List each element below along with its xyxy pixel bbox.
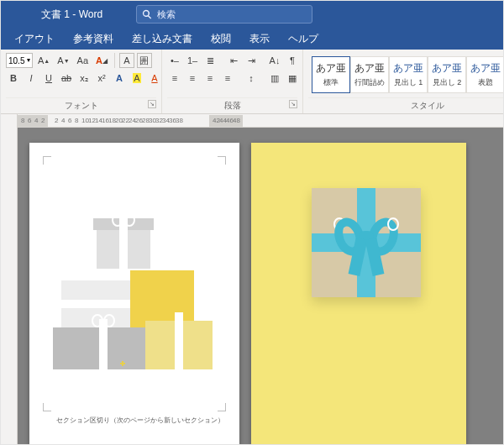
search-icon — [142, 9, 152, 19]
ribbon-bow-icon — [337, 217, 396, 259]
shading-button[interactable]: ▥ — [267, 71, 282, 86]
caret-icon: ▾ — [27, 57, 30, 64]
enclose-char-button[interactable]: 囲 — [137, 53, 152, 68]
strikethrough-button[interactable]: ab — [59, 71, 74, 86]
sparkle-icon — [120, 361, 125, 366]
tab-view[interactable]: 表示 — [241, 28, 278, 50]
section-break-marker: セクション区切り（次のページから新しいセクション） — [53, 416, 216, 425]
vertical-ruler-corner — [1, 114, 18, 128]
gift-illustration — [53, 227, 213, 369]
sort-button[interactable]: A↓ — [267, 53, 282, 68]
gift-bag-icon — [130, 270, 194, 327]
justify-button[interactable]: ≡ — [220, 71, 235, 86]
tab-mailings[interactable]: 差し込み文書 — [123, 28, 201, 50]
numbering-button[interactable]: 1– — [185, 53, 200, 68]
styles-group-label: スタイル ↘ — [308, 97, 504, 113]
gift-box-icon — [145, 321, 213, 369]
tab-references[interactable]: 参考資料 — [65, 28, 122, 50]
shrink-font-button[interactable]: A▼ — [55, 53, 71, 68]
crop-mark-icon — [43, 156, 55, 168]
decrease-indent-button[interactable]: ⇤ — [226, 53, 241, 68]
style-title[interactable]: あア亜 表題 — [466, 56, 504, 93]
font-dialog-launcher[interactable]: ↘ — [148, 100, 156, 108]
crop-mark-icon — [43, 400, 55, 411]
horizontal-ruler[interactable]: 8642246810121416182022242628303234363842… — [18, 114, 503, 128]
search-placeholder: 検索 — [157, 8, 176, 21]
pages-container: セクション区切り（次のページから新しいセクション） — [18, 128, 503, 445]
styles-group: あア亜 標準 あア亜 行間詰め あア亜 見出し 1 あア亜 見出し 2 あア亜 … — [303, 50, 504, 113]
title-bar: 文書 1 - Word 検索 — [1, 1, 503, 28]
increase-indent-button[interactable]: ⇥ — [244, 53, 259, 68]
change-case-button[interactable]: Aa — [75, 53, 91, 68]
font-size-combo[interactable]: 10.5▾ — [6, 53, 33, 68]
eraser-icon: ◢ — [102, 57, 108, 65]
font-group: 10.5▾ A▲ A▼ Aa A◢ A 囲 B I U ab x₂ x² A A… — [1, 50, 162, 113]
gift-box-icon — [97, 227, 150, 269]
document-area: セクション区切り（次のページから新しいセクション） — [1, 128, 503, 445]
vertical-ruler[interactable] — [1, 128, 18, 445]
align-right-button[interactable]: ≡ — [202, 71, 218, 86]
page-2[interactable] — [251, 143, 466, 445]
font-color-button[interactable]: A — [147, 71, 162, 86]
styles-gallery[interactable]: あア亜 標準 あア亜 行間詰め あア亜 見出し 1 あア亜 見出し 2 あア亜 … — [308, 53, 504, 94]
align-center-button[interactable]: ≡ — [185, 71, 200, 86]
style-heading1[interactable]: あア亜 見出し 1 — [389, 56, 428, 93]
paragraph-dialog-launcher[interactable]: ↘ — [289, 100, 297, 108]
style-heading2[interactable]: あア亜 見出し 2 — [428, 56, 466, 93]
underline-button[interactable]: U — [41, 71, 56, 86]
crop-mark-icon — [214, 156, 226, 168]
superscript-button[interactable]: x² — [94, 71, 109, 86]
tab-help[interactable]: ヘルプ — [280, 28, 327, 50]
paragraph-group-label: 段落 ↘ — [167, 97, 297, 113]
text-effects-button[interactable]: A — [112, 71, 127, 86]
multilevel-list-button[interactable]: ≣ — [202, 53, 218, 68]
ribbon: 10.5▾ A▲ A▼ Aa A◢ A 囲 B I U ab x₂ x² A A… — [1, 50, 503, 114]
grow-font-button[interactable]: A▲ — [35, 53, 52, 68]
highlight-button[interactable]: A — [129, 71, 144, 86]
tab-layout[interactable]: イアウト — [6, 28, 63, 50]
style-no-spacing[interactable]: あア亜 行間詰め — [350, 56, 389, 93]
borders-button[interactable]: ▦ — [285, 71, 300, 86]
bold-button[interactable]: B — [6, 71, 21, 86]
page-1[interactable]: セクション区切り（次のページから新しいセクション） — [29, 143, 239, 445]
crop-mark-icon — [214, 400, 226, 411]
font-group-label: フォント ↘ — [6, 97, 156, 113]
ruler-area: 8642246810121416182022242628303234363842… — [1, 114, 503, 128]
style-normal[interactable]: あア亜 標準 — [312, 56, 350, 93]
tab-review[interactable]: 校閲 — [202, 28, 239, 50]
search-box[interactable]: 検索 — [136, 5, 312, 24]
align-left-button[interactable]: ≡ — [167, 71, 182, 86]
ribbon-tabs: イアウト 参考資料 差し込み文書 校閲 表示 ヘルプ — [1, 28, 503, 50]
line-spacing-button[interactable]: ↕ — [244, 71, 259, 86]
italic-button[interactable]: I — [24, 71, 39, 86]
bullets-button[interactable]: •– — [167, 53, 182, 68]
show-marks-button[interactable]: ¶ — [285, 53, 300, 68]
subscript-button[interactable]: x₂ — [76, 71, 92, 86]
gift-box-icon — [53, 327, 154, 369]
clear-formatting-button[interactable]: A◢ — [93, 53, 110, 68]
gift-photo — [312, 188, 421, 297]
ruby-button[interactable]: A — [119, 53, 134, 68]
paragraph-group: •– 1– ≣ ⇤ ⇥ A↓ ¶ ≡ ≡ ≡ ≡ ↕ ▥ ▦ — [162, 50, 303, 113]
document-title: 文書 1 - Word — [11, 8, 102, 22]
